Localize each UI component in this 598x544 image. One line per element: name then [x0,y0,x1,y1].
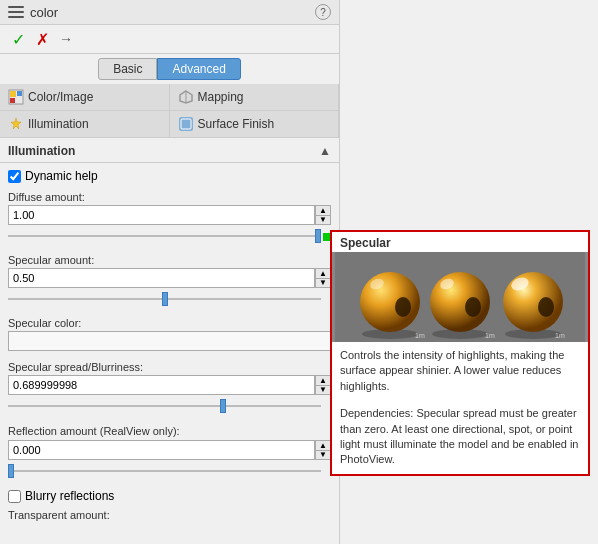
tooltip-title: Specular [332,232,588,252]
reflection-spinner: ▲ ▼ [315,440,331,460]
diffuse-slider[interactable] [8,229,321,243]
svg-point-12 [360,272,420,332]
reflection-label: Reflection amount (RealView only): [8,424,331,438]
specular-up[interactable]: ▲ [315,268,331,278]
dynamic-help-label: Dynamic help [25,169,98,183]
specular-color-label: Specular color: [8,317,331,329]
specular-slider[interactable] [8,292,321,306]
svg-point-14 [395,297,411,317]
svg-text:1m: 1m [485,332,495,339]
svg-rect-3 [10,98,15,103]
check-icon: ✓ [12,30,25,49]
reflection-slider[interactable] [8,464,321,478]
svg-point-20 [503,272,563,332]
nav-tab-surface-finish[interactable]: Surface Finish [170,111,340,137]
main-panel: color ? ✓ ✗ → Basic Advanced [0,0,340,544]
tooltip-image: 1m 1m 1m [332,252,588,342]
specular-amount-label: Specular amount: [8,254,331,266]
svg-text:1m: 1m [415,332,425,339]
nav-tab-surface-finish-label: Surface Finish [198,117,275,131]
nav-tab-mapping-label: Mapping [198,90,244,104]
nav-tab-illumination-label: Illumination [28,117,89,131]
blurry-reflections-checkbox[interactable] [8,490,21,503]
specular-input[interactable] [8,268,315,288]
pin-icon: → [59,31,73,47]
specular-spread-down[interactable]: ▼ [315,385,331,395]
tab-basic[interactable]: Basic [98,58,157,80]
cancel-button[interactable]: ✗ [32,29,52,49]
tooltip-text1: Controls the intensity of highlights, ma… [332,342,588,400]
collapse-button[interactable]: ▲ [319,144,331,158]
svg-rect-1 [10,91,16,97]
specular-down[interactable]: ▼ [315,278,331,288]
illumination-icon [8,116,24,132]
toolbar: ✓ ✗ → [0,25,339,54]
reflection-input-row: ▲ ▼ [8,440,331,460]
svg-rect-2 [17,91,22,96]
menu-icon [8,6,24,18]
diffuse-up[interactable]: ▲ [315,205,331,215]
mode-tabs: Basic Advanced [0,54,339,84]
diffuse-spinner: ▲ ▼ [315,205,331,225]
specular-spread-input[interactable] [8,375,315,395]
reflection-input[interactable] [8,440,315,460]
specular-input-row: ▲ ▼ [8,268,331,288]
panel-title: color [30,5,58,20]
section-title-illumination: Illumination [8,144,75,158]
specular-spinner: ▲ ▼ [315,268,331,288]
specular-color-swatch[interactable] [8,331,331,351]
dynamic-help-row: Dynamic help [8,169,331,183]
tooltip-popup: Specular [330,230,590,476]
reflection-down[interactable]: ▼ [315,450,331,460]
pin-button[interactable]: → [56,29,76,49]
diffuse-input[interactable] [8,205,315,225]
specular-color-row [8,331,331,351]
nav-tab-color-image-label: Color/Image [28,90,93,104]
reflection-label-text: Reflection amount (RealView only): [8,425,180,437]
dynamic-help-checkbox[interactable] [8,170,21,183]
svg-point-16 [430,272,490,332]
x-icon: ✗ [36,30,49,49]
diffuse-input-row: ▲ ▼ [8,205,331,225]
tooltip-text2: Dependencies: Specular spread must be gr… [332,400,588,474]
nav-tabs-row2: Illumination Surface Finish [0,111,339,138]
nav-tab-color-image[interactable]: Color/Image [0,84,170,110]
diffuse-label: Diffuse amount: [8,191,331,203]
section-header-illumination: Illumination ▲ [0,138,339,163]
specular-spread-label: Specular spread/Blurriness: [8,361,331,373]
confirm-button[interactable]: ✓ [8,29,28,49]
title-bar: color ? [0,0,339,25]
diffuse-down[interactable]: ▼ [315,215,331,225]
specular-spread-spinner: ▲ ▼ [315,375,331,395]
blurry-reflections-label: Blurry reflections [25,489,114,503]
svg-point-18 [465,297,481,317]
nav-tab-mapping[interactable]: Mapping [170,84,340,110]
svg-text:1m: 1m [555,332,565,339]
surface-finish-icon [178,116,194,132]
specular-spread-slider[interactable] [8,399,321,413]
nav-tab-illumination[interactable]: Illumination [0,111,170,137]
nav-tabs-row1: Color/Image Mapping [0,84,339,111]
help-icon[interactable]: ? [315,4,331,20]
transparent-label: Transparent amount: [8,509,331,521]
specular-spread-input-row: ▲ ▼ [8,375,331,395]
title-left: color [8,5,58,20]
section-content: Dynamic help Diffuse amount: ▲ ▼ Specula… [0,163,339,529]
mapping-icon [178,89,194,105]
color-image-icon [8,89,24,105]
svg-point-22 [538,297,554,317]
blurry-reflections-row: Blurry reflections [8,489,331,503]
specular-spread-up[interactable]: ▲ [315,375,331,385]
reflection-up[interactable]: ▲ [315,440,331,450]
tab-advanced[interactable]: Advanced [157,58,240,80]
